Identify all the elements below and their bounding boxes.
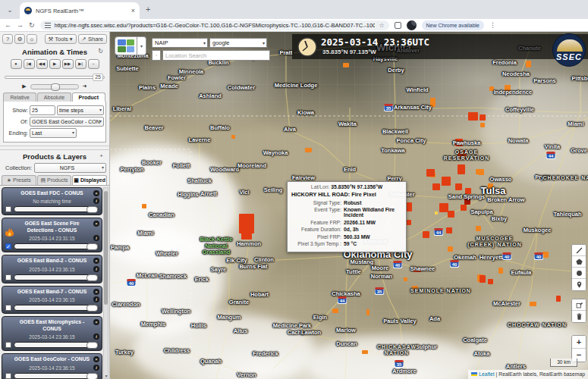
forward-button[interactable]: →: [17, 20, 24, 30]
bookmark-icon[interactable]: ☆: [379, 22, 384, 29]
browser-menu-icon[interactable]: ⋮: [489, 21, 496, 29]
layer-opacity-handle[interactable]: [86, 342, 98, 349]
layer-card[interactable]: GOES East Band-2 - CONUS×2025-03-14 23:3…: [2, 255, 102, 283]
layer-info-icon[interactable]: i: [93, 266, 99, 272]
step-first-button[interactable]: |◀: [24, 59, 35, 69]
layer-opacity-handle[interactable]: [86, 274, 98, 281]
layer-opacity-slider[interactable]: [14, 373, 99, 379]
layer-visibility-checkbox[interactable]: [5, 373, 11, 379]
share-button[interactable]: ↗ Share: [78, 34, 107, 44]
layer-list-scrollbar[interactable]: ▼: [103, 187, 108, 379]
layer-visibility-checkbox[interactable]: [5, 274, 11, 280]
leaflet-link[interactable]: Leaflet: [479, 371, 494, 377]
fire-pixel[interactable]: [526, 61, 531, 67]
layer-info-icon[interactable]: i: [93, 235, 99, 241]
reload-button[interactable]: ↻: [29, 20, 35, 30]
fire-pixel[interactable]: [435, 211, 438, 215]
tools-button[interactable]: ⚒ Tools ▾: [45, 34, 77, 44]
layer-opacity-slider[interactable]: [14, 243, 99, 249]
location-search-input[interactable]: [162, 50, 270, 61]
layer-visibility-checkbox[interactable]: [5, 305, 11, 311]
tab-displayed[interactable]: ▣ Displayed: [72, 175, 107, 185]
help-button[interactable]: ?: [2, 34, 13, 44]
fire-pixel[interactable]: [461, 205, 467, 211]
basemap-layers-button[interactable]: [115, 36, 137, 55]
of-product-select[interactable]: GOES East GeoColor - CON: [30, 117, 104, 127]
tab-products[interactable]: ▤ Products: [37, 175, 72, 185]
fire-pixel[interactable]: [480, 275, 486, 283]
stop-button[interactable]: ●: [11, 59, 22, 69]
refresh-icon[interactable]: ↻: [98, 48, 103, 55]
layer-opacity-handle[interactable]: [86, 305, 98, 312]
fire-pixel[interactable]: [476, 169, 481, 174]
fire-pixel[interactable]: [343, 63, 349, 67]
fire-pixel[interactable]: [488, 279, 493, 284]
fire-pixel[interactable]: [432, 183, 440, 190]
fire-pixel[interactable]: [406, 202, 412, 211]
draw-polygon-button[interactable]: [572, 256, 586, 268]
step-forward-button[interactable]: ▶▶: [62, 59, 74, 69]
fire-pixel[interactable]: [442, 177, 451, 186]
fire-pixel[interactable]: [366, 309, 369, 315]
layer-card[interactable]: GOES East FDC - CONUS×No matching timei: [2, 187, 102, 215]
back-button[interactable]: ←: [5, 20, 11, 30]
fire-pixel[interactable]: [530, 302, 536, 306]
fire-pixel[interactable]: [231, 135, 235, 139]
fire-pixel[interactable]: [556, 296, 561, 302]
layer-opacity-handle[interactable]: [86, 373, 98, 379]
layer-card[interactable]: GOES East Microphysics - CONUS×2025-03-1…: [2, 316, 102, 351]
fire-pixel[interactable]: [448, 211, 454, 218]
fire-pixel[interactable]: [480, 114, 486, 121]
add-layer-icon[interactable]: +: [99, 152, 103, 159]
range-button[interactable]: –: [88, 59, 99, 69]
fire-pixel[interactable]: [241, 230, 252, 240]
delete-shapes-button[interactable]: [572, 311, 586, 322]
zoom-in-button[interactable]: +: [572, 336, 586, 349]
fire-pixel[interactable]: [426, 169, 435, 177]
tab-product[interactable]: Product: [72, 92, 105, 102]
layer-opacity-slider[interactable]: [14, 274, 99, 280]
layer-info-icon[interactable]: i: [93, 334, 99, 340]
browser-tab[interactable]: NGFS RealEarth™ ×: [20, 2, 140, 19]
fire-pixel[interactable]: [406, 220, 411, 225]
fire-pixel[interactable]: [480, 123, 485, 127]
address-input[interactable]: https://re-ngfs.ssec.wisc.edu/?products=…: [40, 20, 389, 30]
scrollbar-down-icon[interactable]: ▼: [104, 374, 108, 378]
fire-pixel[interactable]: [305, 148, 312, 152]
ending-select[interactable]: Last: [30, 128, 77, 138]
fire-pixel[interactable]: [468, 112, 478, 121]
play-button[interactable]: ▶: [49, 59, 61, 69]
layer-opacity-slider[interactable]: [14, 342, 99, 348]
fire-pixel[interactable]: [448, 246, 453, 252]
layer-info-icon[interactable]: i: [93, 296, 99, 302]
chrome-update-button[interactable]: New Chrome available: [422, 20, 484, 30]
fire-pixel[interactable]: [332, 309, 338, 313]
step-last-button[interactable]: ▶|: [75, 59, 86, 69]
tab-presets[interactable]: ★ Presets: [2, 175, 36, 185]
layers-dropdown-button[interactable]: ▾: [137, 36, 146, 55]
settings-button[interactable]: ⚙: [14, 34, 25, 44]
edit-shapes-button[interactable]: [572, 299, 586, 311]
search-locate-button[interactable]: ◦: [152, 50, 161, 61]
layer-card[interactable]: GOES East Band-7 - CONUS×2025-03-14 23:3…: [2, 286, 102, 314]
search-engine-select[interactable]: google: [209, 38, 267, 48]
draw-marker-button[interactable]: [572, 279, 586, 290]
fire-pixel[interactable]: [455, 183, 462, 190]
layer-opacity-slider[interactable]: [14, 305, 99, 311]
tab-search-icon[interactable]: ⌄: [4, 5, 16, 17]
speed-slider[interactable]: [30, 84, 79, 89]
speed-slider-handle[interactable]: [51, 83, 60, 91]
fire-pixel[interactable]: [423, 231, 429, 238]
layer-visibility-checkbox[interactable]: ✓: [5, 243, 11, 249]
time-slider[interactable]: 25: [5, 74, 105, 81]
tab-absolute[interactable]: Absolute: [37, 92, 71, 102]
show-count-input[interactable]: 25: [30, 105, 55, 115]
layer-opacity-handle[interactable]: [86, 206, 98, 213]
tab-relative[interactable]: Relative: [3, 92, 36, 102]
fire-pixel[interactable]: [458, 164, 465, 174]
fire-pixel[interactable]: [476, 226, 481, 231]
layer-card[interactable]: GOES East GeoColor - CONUS×2025-03-14 23…: [2, 353, 102, 379]
extensions-icon[interactable]: [395, 22, 401, 29]
tab-close-icon[interactable]: ×: [131, 7, 135, 14]
ssec-logo[interactable]: SSEC: [552, 33, 586, 67]
